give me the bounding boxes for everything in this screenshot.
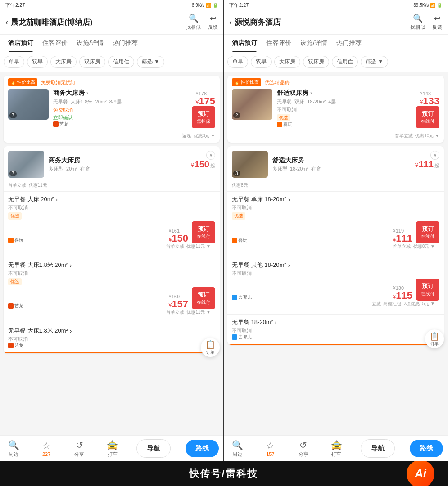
filter-more-right[interactable]: 筛选 ▼ — [361, 56, 388, 68]
phone-right: 下午2:27 39.5K/s 📶 🔋 ‹ 源悦商务酒店 🔍 找相似 ↩ 反馈 — [224, 0, 448, 461]
content-left: 🔥 性价比高 免费取消无忧订 7 商务大床房 › 无早餐 大床1.8米 20m²… — [0, 72, 223, 435]
bottom-bar-right: 🔍 周边 ☆ 157 ↺ 分享 🚖 打车 导航 路线 — [224, 435, 448, 461]
bottom-bar-left: 🔍 周边 ☆ 227 ↺ 分享 🚖 打车 导航 路线 — [0, 435, 223, 461]
badge-selected-right: 优选精品房 — [265, 79, 290, 86]
navigate-btn-right[interactable]: 导航 — [361, 439, 395, 458]
tab-booking-right[interactable]: 酒店预订 — [227, 35, 262, 52]
expand-btn-right[interactable]: ∧ — [430, 151, 439, 160]
tab-review-right[interactable]: 住客评价 — [262, 35, 296, 52]
search-similar-left[interactable]: 🔍 找相似 — [186, 14, 201, 31]
price-1-left: 175 — [199, 96, 215, 106]
room-title-1-right[interactable]: 舒适双床房 › — [277, 89, 412, 97]
room-card-1-right: 🔥 性价比高 优选精品房 2 舒适双床房 › 无早餐 双床 18-20m² 4层… — [227, 76, 444, 143]
bottom-share-right[interactable]: ↺ 分享 — [294, 440, 312, 458]
book-btn-sub2-left[interactable]: 预订 在线付 — [192, 287, 215, 309]
room-img-1-left[interactable]: 7 — [8, 89, 49, 120]
book-btn-sub2-right[interactable]: 预订 在线付 — [416, 279, 439, 301]
navigate-btn-left[interactable]: 导航 — [136, 439, 171, 458]
discount-1-right: 首单立减 优惠10元 ▼ — [227, 133, 444, 143]
filter-credit-right[interactable]: 信用住 — [332, 56, 358, 68]
sub-option-3-right: 无早餐 18-20m² › 不可取消 去哪儿 — [227, 314, 444, 345]
header-left: ‹ 晨龙茄咖啡酒店(博纳店) 🔍 找相似 ↩ 反馈 — [0, 10, 223, 35]
watermark-text: 快传号/雷科技 — [189, 467, 258, 481]
sub-option-1-left: 无早餐 大床 20m² › 不可取消 优选 喜玩 — [4, 191, 220, 257]
room-detail-1-left: 无早餐 大床1.8米 20m² 8-9层 — [53, 99, 187, 105]
sub-option-1-right: 无早餐 单床 18-20m² › 不可取消 优选 喜玩 — [227, 191, 444, 257]
tab-facility-left[interactable]: 设施/详情 — [72, 35, 108, 52]
back-button-right[interactable]: ‹ — [229, 18, 232, 27]
filter-king-right[interactable]: 大床房 — [274, 56, 300, 68]
phone-left: 下午2:27 6.9K/s 📶 🔋 ‹ 晨龙茄咖啡酒店(博纳店) 🔍 找相似 ↩… — [0, 0, 224, 461]
status-time-left: 下午2:27 — [5, 2, 25, 9]
bottom-share-left[interactable]: ↺ 分享 — [70, 440, 88, 458]
filter-bar-right: 单早 双早 大床房 双床房 信用住 筛选 ▼ — [224, 52, 448, 72]
content-right: 🔥 性价比高 优选精品房 2 舒适双床房 › 无早餐 双床 18-20m² 4层… — [224, 72, 448, 435]
filter-king-left[interactable]: 大床房 — [50, 56, 77, 68]
bottom-favorite-right[interactable]: ☆ 157 — [261, 440, 279, 457]
filter-bar-left: 单早 双早 大床房 双床房 信用住 筛选 ▼ — [0, 52, 223, 72]
discount-1-left: 返现 优惠3元 ▼ — [4, 133, 220, 143]
filter-single-right[interactable]: 单早 — [227, 56, 248, 68]
book-btn-sub1-right[interactable]: 预订 在线付 — [416, 221, 439, 243]
search-similar-right[interactable]: 🔍 找相似 — [410, 14, 425, 31]
order-float-right[interactable]: 📋 订单 — [425, 329, 444, 348]
book-btn-sub1-left[interactable]: 预订 在线付 — [192, 221, 215, 243]
bottom-taxi-left[interactable]: 🚖 打车 — [104, 440, 122, 458]
tab-recommend-right[interactable]: 热门推荐 — [332, 35, 366, 52]
route-btn-left[interactable]: 路线 — [186, 440, 219, 457]
expand-btn-left[interactable]: ∧ — [206, 151, 215, 160]
status-bar-left: 下午2:27 6.9K/s 📶 🔋 — [0, 0, 223, 10]
book-btn-1-right[interactable]: 预订 在线付 — [416, 106, 439, 128]
tab-review-left[interactable]: 住客评价 — [38, 35, 72, 52]
tabs-left: 酒店预订 住客评价 设施/详情 热门推荐 — [0, 35, 223, 52]
filter-twin-right[interactable]: 双床房 — [303, 56, 329, 68]
badge-free-cancel-left: 免费取消无忧订 — [41, 79, 76, 86]
platform-icon-qunae-r1 — [232, 295, 237, 300]
tabs-right: 酒店预订 住客评价 设施/详情 热门推荐 — [224, 35, 448, 52]
badge-ratio-left: 🔥 性价比高 — [8, 78, 37, 86]
section-price-right: 111 — [419, 159, 434, 170]
feedback-right[interactable]: ↩ 反馈 — [432, 14, 442, 31]
badge-ratio-right: 🔥 性价比高 — [232, 78, 261, 86]
watermark-ai: Ai — [407, 460, 434, 486]
sub-option-2-left: 无早餐 大床1.8米 20m² › 不可取消 优选 艺龙 — [4, 257, 220, 323]
route-btn-right[interactable]: 路线 — [410, 440, 443, 457]
back-button-left[interactable]: ‹ — [5, 18, 8, 27]
status-right-left: 6.9K/s 📶 🔋 — [192, 3, 218, 8]
bottom-favorite-left[interactable]: ☆ 227 — [37, 440, 55, 457]
room-detail-1-right: 无早餐 双床 18-20m² 4层 — [277, 99, 412, 105]
platform-icon-xiwan-1 — [8, 238, 14, 243]
tab-recommend-left[interactable]: 热门推荐 — [108, 35, 142, 52]
room-img-2-right[interactable]: 3 — [232, 151, 268, 178]
filter-double-left[interactable]: 双早 — [27, 56, 48, 68]
status-right-right: 39.5K/s 📶 🔋 — [413, 3, 442, 8]
tab-facility-right[interactable]: 设施/详情 — [296, 35, 332, 52]
section-discount-right: 优惠8元 — [227, 182, 444, 191]
feedback-left[interactable]: ↩ 反馈 — [208, 14, 218, 31]
platform-icon-xiwan-r2 — [232, 238, 237, 243]
tab-booking-left[interactable]: 酒店预订 — [4, 35, 38, 52]
watermark-bar: 快传号/雷科技 Ai — [0, 461, 448, 486]
status-bar-right: 下午2:27 39.5K/s 📶 🔋 — [224, 0, 448, 10]
bottom-nearby-left[interactable]: 🔍 周边 — [5, 440, 23, 458]
section-price-left: 150 — [195, 159, 209, 170]
filter-double-right[interactable]: 双早 — [251, 56, 272, 68]
order-float-left[interactable]: 📋 订单 — [201, 338, 220, 357]
room-img-2-left[interactable]: 7 — [8, 151, 44, 178]
free-cancel-text-left: 免费取消 — [53, 107, 187, 113]
filter-credit-left[interactable]: 信用住 — [108, 56, 134, 68]
room-section-1-left: 7 商务大床房 多床型 20m² 有窗 ¥ 150 起 ∧ — [4, 146, 220, 353]
book-btn-1-left[interactable]: 预订 需担保 — [192, 106, 215, 128]
room-img-1-right[interactable]: 2 — [232, 89, 272, 120]
confirm-text-left: 立即确认 — [53, 114, 187, 121]
room-title-1-left[interactable]: 商务大床房 › — [53, 89, 187, 97]
room-card-1-left: 🔥 性价比高 免费取消无忧订 7 商务大床房 › 无早餐 大床1.8米 20m²… — [4, 76, 220, 143]
hotel-name-left: 晨龙茄咖啡酒店(博纳店) — [11, 17, 92, 27]
platform-icon-xiwan-r1 — [277, 122, 282, 127]
filter-single-left[interactable]: 单早 — [4, 56, 24, 68]
bottom-nearby-right[interactable]: 🔍 周边 — [228, 440, 246, 458]
price-1-right: 133 — [423, 96, 439, 106]
bottom-taxi-right[interactable]: 🚖 打车 — [327, 440, 345, 458]
filter-more-left[interactable]: 筛选 ▼ — [137, 56, 164, 68]
filter-twin-left[interactable]: 双床房 — [79, 56, 105, 68]
